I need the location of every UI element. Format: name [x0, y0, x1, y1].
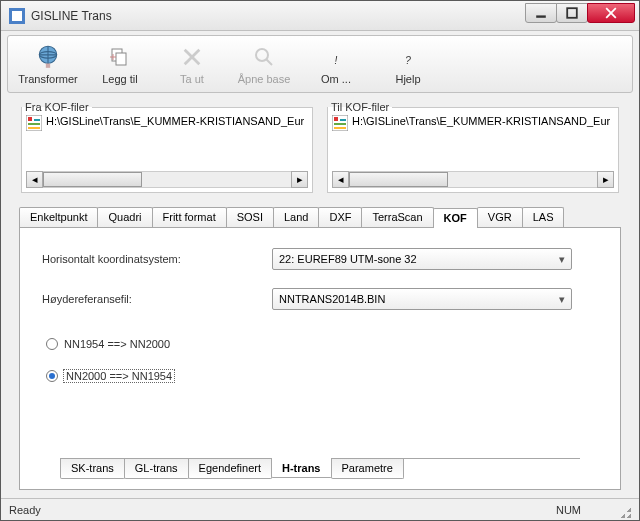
- toolbar-label: Åpne base: [238, 73, 291, 85]
- titlebar-buttons: [526, 3, 635, 23]
- scroll-thumb[interactable]: [43, 172, 142, 187]
- radio-nn2000-to-nn1954[interactable]: NN2000 ==> NN1954: [46, 370, 598, 382]
- ref-value: NNTRANS2014B.BIN: [279, 293, 385, 305]
- top-tabs: EnkeltpunktQuadriFritt formatSOSILandDXF…: [19, 207, 621, 227]
- tab-vgr[interactable]: VGR: [477, 207, 523, 227]
- to-legend: Til KOF-filer: [328, 101, 392, 113]
- status-left: Ready: [9, 504, 41, 516]
- radio-icon: [46, 338, 58, 350]
- svg-rect-25: [334, 123, 346, 125]
- svg-text:?: ?: [405, 55, 411, 66]
- svg-rect-19: [34, 119, 40, 121]
- btab-sk-trans[interactable]: SK-trans: [60, 459, 125, 479]
- bottom-tabs: SK-transGL-transEgendefinertH-transParam…: [60, 458, 580, 479]
- btab-parametre[interactable]: Parametre: [331, 459, 404, 479]
- radio-nn1954-to-nn2000[interactable]: NN1954 ==> NN2000: [46, 338, 598, 350]
- toolbar-transformer[interactable]: Transformer: [12, 39, 84, 89]
- coord-value: 22: EUREF89 UTM-sone 32: [279, 253, 417, 265]
- svg-rect-8: [46, 64, 50, 68]
- from-file-path: H:\GISLine\Trans\E_KUMMER-KRISTIANSAND_E…: [46, 115, 304, 127]
- svg-text:!: !: [335, 55, 338, 66]
- resize-grip-icon[interactable]: [617, 504, 631, 518]
- tab-las[interactable]: LAS: [522, 207, 565, 227]
- tab-fritt-format[interactable]: Fritt format: [152, 207, 227, 227]
- radio-icon: [46, 370, 58, 382]
- toolbar-label: Om ...: [321, 73, 351, 85]
- to-file-path: H:\GISLine\Trans\E_KUMMER-KRISTIANSAND_E…: [352, 115, 610, 127]
- scroll-left-icon[interactable]: ◂: [26, 171, 43, 188]
- radio-label: NN1954 ==> NN2000: [64, 338, 170, 350]
- svg-rect-23: [334, 117, 338, 121]
- from-hscroll[interactable]: ◂ ▸: [26, 171, 308, 188]
- toolbar-label: Transformer: [18, 73, 78, 85]
- from-file-list[interactable]: H:\GISLine\Trans\E_KUMMER-KRISTIANSAND_E…: [26, 113, 308, 167]
- svg-rect-1: [12, 11, 22, 21]
- svg-rect-3: [567, 8, 577, 18]
- btab-h-trans[interactable]: H-trans: [271, 458, 332, 478]
- toolbar-label: Hjelp: [395, 73, 420, 85]
- window-title: GISLINE Trans: [31, 9, 526, 23]
- btab-gl-trans[interactable]: GL-trans: [124, 459, 189, 479]
- status-num: NUM: [556, 504, 581, 516]
- scroll-right-icon[interactable]: ▸: [291, 171, 308, 188]
- remove-icon: [178, 43, 206, 71]
- btab-egendefinert[interactable]: Egendefinert: [188, 459, 272, 479]
- to-hscroll[interactable]: ◂ ▸: [332, 171, 614, 188]
- scroll-right-icon[interactable]: ▸: [597, 171, 614, 188]
- maximize-button[interactable]: [556, 3, 588, 23]
- app-window: GISLINE Trans Transformer Legg til Ta ut…: [0, 0, 640, 521]
- titlebar: GISLINE Trans: [1, 1, 639, 31]
- file-icon: [332, 115, 348, 131]
- toolbar-om[interactable]: ! Om ...: [300, 39, 372, 89]
- toolbar-label: Legg til: [102, 73, 137, 85]
- help-icon: ?: [394, 43, 422, 71]
- tab-land[interactable]: Land: [273, 207, 319, 227]
- toolbar-hjelp[interactable]: ? Hjelp: [372, 39, 444, 89]
- from-legend: Fra KOF-filer: [22, 101, 92, 113]
- toolbar-apnebase: Åpne base: [228, 39, 300, 89]
- ref-combo[interactable]: NNTRANS2014B.BIN: [272, 288, 572, 310]
- minimize-button[interactable]: [525, 3, 557, 23]
- toolbar-leggtil[interactable]: Legg til: [84, 39, 156, 89]
- coord-combo[interactable]: 22: EUREF89 UTM-sone 32: [272, 248, 572, 270]
- add-file-icon: [106, 43, 134, 71]
- svg-rect-26: [334, 127, 346, 129]
- statusbar: Ready NUM: [1, 498, 639, 520]
- svg-rect-10: [116, 53, 126, 65]
- close-button[interactable]: [587, 3, 635, 23]
- tab-enkeltpunkt[interactable]: Enkeltpunkt: [19, 207, 98, 227]
- tab-sosi[interactable]: SOSI: [226, 207, 274, 227]
- scroll-track[interactable]: [349, 171, 597, 188]
- svg-rect-24: [340, 119, 346, 121]
- scroll-thumb[interactable]: [349, 172, 448, 187]
- toolbar-taut: Ta ut: [156, 39, 228, 89]
- tab-dxf[interactable]: DXF: [318, 207, 362, 227]
- tab-content: Horisontalt koordinatsystem: 22: EUREF89…: [19, 227, 621, 490]
- radio-label: NN2000 ==> NN1954: [64, 370, 174, 382]
- svg-rect-20: [28, 123, 40, 125]
- file-groups-row: Fra KOF-filer H:\GISLine\Trans\E_KUMMER-…: [19, 101, 621, 193]
- from-file-group: Fra KOF-filer H:\GISLine\Trans\E_KUMMER-…: [21, 101, 313, 193]
- file-icon: [26, 115, 42, 131]
- toolbar-label: Ta ut: [180, 73, 204, 85]
- info-icon: !: [322, 43, 350, 71]
- to-file-group: Til KOF-filer H:\GISLine\Trans\E_KUMMER-…: [327, 101, 619, 193]
- search-icon: [250, 43, 278, 71]
- svg-rect-21: [28, 127, 40, 129]
- tab-quadri[interactable]: Quadri: [97, 207, 152, 227]
- coord-label: Horisontalt koordinatsystem:: [42, 253, 262, 265]
- svg-rect-18: [28, 117, 32, 121]
- scroll-track[interactable]: [43, 171, 291, 188]
- main-toolbar: Transformer Legg til Ta ut Åpne base ! O…: [7, 35, 633, 93]
- direction-radio-group: NN1954 ==> NN2000 NN2000 ==> NN1954: [46, 338, 598, 402]
- scroll-left-icon[interactable]: ◂: [332, 171, 349, 188]
- svg-line-14: [266, 59, 272, 65]
- tab-kof[interactable]: KOF: [433, 208, 478, 228]
- ref-label: Høydereferansefil:: [42, 293, 262, 305]
- app-icon: [9, 8, 25, 24]
- tab-terrascan[interactable]: TerraScan: [361, 207, 433, 227]
- globe-icon: [34, 43, 62, 71]
- to-file-list[interactable]: H:\GISLine\Trans\E_KUMMER-KRISTIANSAND_E…: [332, 113, 614, 167]
